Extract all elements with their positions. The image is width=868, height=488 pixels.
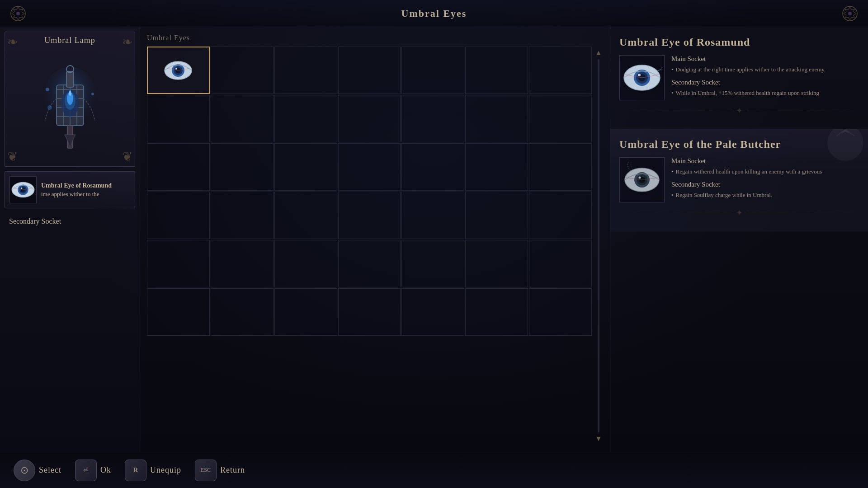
scrollbar[interactable]: ▲ ▼ [594,47,603,445]
grid-cell[interactable] [529,47,592,94]
selected-eye-desc: ime applies wither to the [41,190,112,198]
corner-ornament-br: ❦ [122,149,132,164]
grid-cell[interactable] [401,47,464,94]
grid-cell[interactable] [274,192,337,239]
inventory-grid[interactable] [147,47,592,336]
return-icon: ESC [195,460,217,481]
grid-cell[interactable] [338,240,401,287]
grid-cell[interactable] [147,143,210,191]
grid-cell[interactable] [147,240,210,287]
scroll-down-arrow[interactable]: ▼ [595,435,602,443]
grid-cell[interactable] [465,192,528,239]
bottom-bar: ⊙ Select ⏎ Ok R Unequip ESC Return [0,452,868,488]
top-right-icon [841,5,859,23]
svg-point-42 [639,177,641,179]
secondary-socket-label: Secondary Socket [5,213,135,230]
detail-title-rosamund: Umbral Eye of Rosamund [619,36,859,48]
lamp-svg [34,62,106,153]
grid-cell[interactable] [465,143,528,191]
grid-cell[interactable] [211,95,274,142]
ok-label: Ok [100,465,111,475]
grid-cell[interactable] [274,240,337,287]
return-label: Return [220,465,245,475]
corner-ornament-tl: ❧ [7,34,18,49]
center-panel: Umbral Eyes [140,27,610,452]
svg-point-3 [848,12,852,15]
grid-cell[interactable] [211,288,274,336]
ornament-bar-2: ✦ [619,208,859,217]
unequip-icon: R [125,460,146,481]
grid-cell[interactable] [529,240,592,287]
grid-cell[interactable] [465,288,528,336]
selected-eye-name: Umbral Eye of Rosamund [41,181,112,190]
grid-title: Umbral Eyes [147,34,603,42]
return-control[interactable]: ESC Return [195,460,245,481]
select-label: Select [39,465,61,475]
scroll-up-arrow[interactable]: ▲ [595,49,602,57]
svg-point-31 [175,68,177,70]
svg-point-1 [16,12,20,15]
grid-cell[interactable] [211,143,274,191]
background-art [778,129,868,183]
grid-cell[interactable] [338,47,401,94]
grid-cell[interactable] [147,47,210,94]
grid-cell[interactable] [465,47,528,94]
ok-icon: ⏎ [75,460,97,481]
grid-cell[interactable] [529,95,592,142]
grid-cell[interactable] [401,240,464,287]
unequip-label: Unequip [150,465,181,475]
grid-cell[interactable] [401,95,464,142]
top-bar: Umbral Eyes [0,0,868,27]
unequip-control[interactable]: R Unequip [125,460,181,481]
grid-cell[interactable] [147,95,210,142]
grid-cell[interactable] [529,288,592,336]
grid-cell[interactable] [147,192,210,239]
grid-cell[interactable] [211,240,274,287]
right-panel: Umbral Eye of Rosamund [610,27,868,452]
bottom-corner-deco: ❦ ❦ [5,147,135,166]
ornament-center-1: ✦ [731,106,747,116]
grid-cell[interactable] [401,192,464,239]
main-socket-label-rosamund: Main Socket [671,55,859,63]
grid-cell[interactable] [338,95,401,142]
grid-cell[interactable] [401,143,464,191]
detail-content-rosamund: Main Socket •Dodging at the right time a… [619,55,859,102]
grid-cell[interactable] [338,192,401,239]
svg-rect-13 [66,71,74,87]
selected-eye-svg [10,174,36,206]
grid-cell[interactable] [211,192,274,239]
secondary-socket-desc-butcher: •Regain Soulflay charge while in Umbral. [671,191,859,200]
ok-control[interactable]: ⏎ Ok [75,460,111,481]
grid-cell[interactable] [465,240,528,287]
scroll-track [598,59,599,432]
grid-cell[interactable] [338,288,401,336]
secondary-socket-desc-rosamund: •While in Umbral, +15% withered health r… [671,89,859,98]
grid-cell[interactable] [274,95,337,142]
grid-cell[interactable] [401,288,464,336]
grid-cell[interactable] [338,143,401,191]
grid-cell[interactable] [274,47,337,94]
corner-ornament-bl: ❦ [7,149,18,164]
svg-point-26 [21,188,22,189]
svg-point-19 [46,88,49,91]
svg-point-20 [91,93,94,95]
left-panel: Umbral Lamp ❧ ❧ [0,27,140,452]
grid-cell[interactable] [274,143,337,191]
selected-eye-thumbnail [9,176,37,203]
detail-card-rosamund: Umbral Eye of Rosamund [610,27,868,129]
top-left-icon [9,5,27,23]
grid-cell[interactable] [147,288,210,336]
select-icon: ⊙ [14,460,35,481]
ornament-bar-1: ✦ [619,106,859,115]
grid-cell[interactable] [529,192,592,239]
main-socket-desc-rosamund: •Dodging at the right time applies withe… [671,65,859,74]
grid-cell[interactable] [274,288,337,336]
selected-eye-text: Umbral Eye of Rosamund ime applies withe… [41,181,112,198]
grid-cell[interactable] [529,143,592,191]
grid-cell[interactable] [211,47,274,94]
select-control[interactable]: ⊙ Select [14,460,61,481]
svg-point-21 [47,105,52,110]
main-layout: Umbral Lamp ❧ ❧ [0,27,868,452]
grid-cell[interactable] [465,95,528,142]
svg-point-36 [638,74,641,76]
